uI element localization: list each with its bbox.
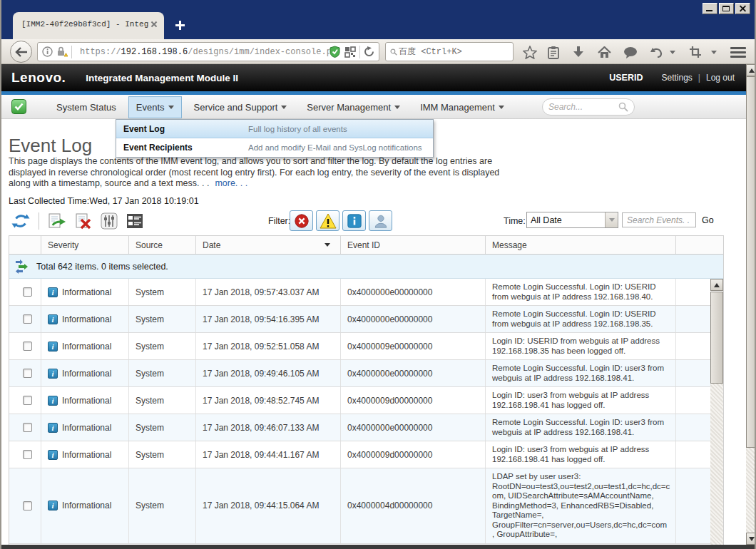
filter-audit-button[interactable] (369, 210, 392, 231)
url-bar[interactable]: https://192.168.198.6/designs/imm/index-… (37, 42, 379, 61)
settings-link[interactable]: Settings (661, 73, 692, 83)
header-severity[interactable]: Severity (41, 236, 129, 254)
filter-info-button[interactable] (342, 210, 366, 231)
maximize-button[interactable] (719, 3, 734, 14)
filter-warning-button[interactable] (316, 210, 339, 231)
header-event-id[interactable]: Event ID (341, 236, 486, 254)
row-checkbox[interactable] (23, 450, 32, 459)
jump-to-filter-icon[interactable] (15, 259, 31, 274)
export-log-icon[interactable] (46, 211, 67, 231)
date-cell: 17 Jan 2018, 09:46:07.133 AM (196, 414, 341, 441)
table-scrollbar[interactable] (710, 279, 723, 545)
severity-cell: iInformational (41, 414, 129, 441)
row-checkbox[interactable] (23, 287, 32, 297)
event-search-box[interactable] (622, 212, 696, 227)
more-link[interactable]: more. . . (215, 178, 247, 188)
date-cell: 17 Jan 2018, 09:49:46.105 AM (196, 360, 341, 386)
downloads-icon[interactable] (569, 43, 588, 61)
logout-link[interactable]: Log out (706, 73, 735, 83)
source-cell: System (129, 441, 196, 468)
header-select-column[interactable] (9, 236, 41, 254)
menu-hamburger-icon[interactable] (730, 45, 747, 59)
message-cell: Remote Login Successful. Login ID: user3… (486, 414, 676, 441)
row-checkbox[interactable] (23, 501, 32, 510)
row-select-cell (9, 333, 41, 359)
bookmark-star-icon[interactable] (521, 43, 539, 61)
nav-search-box[interactable]: Search... (542, 98, 635, 116)
browser-scrollbar-thumb[interactable] (746, 76, 756, 448)
undo-menu-caret-icon[interactable] (668, 43, 678, 61)
header-date[interactable]: Date (196, 236, 341, 254)
site-info-icon[interactable] (42, 46, 53, 57)
filter-error-button[interactable] (290, 210, 313, 231)
nav-item-system-status[interactable]: System Status (48, 96, 124, 118)
screenshot-menu-caret-icon[interactable] (709, 43, 719, 61)
chat-bubble-icon[interactable] (621, 43, 640, 61)
scroll-down-button[interactable] (746, 533, 756, 545)
back-button[interactable] (10, 41, 32, 63)
shield-ok-icon[interactable] (330, 46, 340, 58)
nav-item-service-and-support[interactable]: Service and Support (186, 96, 295, 118)
minimize-button[interactable] (703, 3, 717, 14)
new-tab-button[interactable] (171, 18, 188, 34)
go-button[interactable]: Go (702, 215, 714, 225)
window-controls (703, 3, 750, 14)
table-row: iInformational System 17 Jan 2018, 09:49… (9, 360, 723, 387)
source-cell: System (129, 387, 196, 414)
nav-item-label: IMM Management (420, 102, 495, 113)
bookmarks-panel-icon[interactable] (544, 43, 563, 61)
qr-code-icon[interactable] (344, 46, 356, 58)
toolbar-divider (39, 212, 39, 230)
row-checkbox[interactable] (23, 396, 32, 405)
message-cell: Remote Login Successful. Login ID: user3… (486, 360, 676, 386)
header-message[interactable]: Message (486, 236, 676, 254)
nav-item-server-management[interactable]: Server Management (299, 96, 408, 118)
undo-icon[interactable] (647, 43, 665, 61)
message-cell: Login ID: user3 from webguis at IP addre… (486, 441, 676, 468)
reload-icon[interactable] (364, 46, 374, 57)
columns-icon[interactable] (124, 211, 145, 231)
table-row: iInformational System 17 Jan 2018, 09:54… (9, 306, 723, 333)
table-row: iInformational System 17 Jan 2018, 09:44… (9, 441, 723, 468)
table-summary-text: Total 642 items. 0 items selected. (36, 262, 168, 272)
lock-warning-icon[interactable] (56, 46, 68, 57)
browser-scrollbar-track[interactable] (746, 448, 756, 533)
clear-log-icon[interactable] (72, 211, 93, 231)
refresh-icon[interactable] (10, 211, 31, 231)
browser-scrollbar[interactable] (746, 64, 756, 545)
sort-desc-icon[interactable] (325, 243, 330, 247)
filter-settings-icon[interactable] (98, 211, 120, 231)
menu-item-event-recipients[interactable]: Event Recipients Add and modify E-Mail a… (116, 138, 433, 157)
nav-item-imm-management[interactable]: IMM Management (412, 96, 512, 118)
header-divider: | (698, 73, 700, 83)
close-button[interactable] (735, 3, 750, 14)
events-menu: Event Log Full log history of all events… (116, 119, 434, 158)
system-status-ok-icon[interactable] (11, 99, 26, 114)
table-scrollbar-thumb[interactable] (710, 292, 723, 384)
browser-search-box[interactable] (385, 42, 514, 61)
table-scroll-up-button[interactable] (710, 279, 723, 291)
browser-toolbar: https://192.168.198.6/designs/imm/index-… (1, 39, 755, 64)
event-id-cell: 0x4000009d00000000 (341, 441, 486, 468)
row-checkbox[interactable] (23, 314, 32, 324)
header-source[interactable]: Source (129, 236, 196, 254)
header-date-label: Date (203, 240, 220, 250)
scroll-up-button[interactable] (746, 64, 756, 76)
time-select[interactable]: All Date (526, 212, 618, 228)
menu-item-description: Full log history of all events (248, 125, 347, 133)
row-checkbox[interactable] (23, 342, 32, 351)
home-icon[interactable] (595, 43, 613, 61)
nav-item-events[interactable]: Events (128, 96, 182, 118)
time-select-caret-icon[interactable] (605, 212, 618, 227)
browser-window: [IMM2-40f2e9b8f3cd] - Integ·· https://19… (0, 0, 756, 549)
table-scrollbar-track[interactable] (710, 384, 723, 545)
severity-cell: iInformational (41, 279, 129, 305)
browser-tab[interactable]: [IMM2-40f2e9b8f3cd] - Integ·· (13, 12, 164, 39)
row-checkbox[interactable] (23, 369, 32, 378)
row-checkbox[interactable] (23, 423, 32, 432)
browser-search-input[interactable] (397, 46, 509, 58)
tab-close-icon[interactable] (150, 20, 158, 29)
screenshot-tool-icon[interactable] (686, 43, 705, 61)
event-search-input[interactable] (625, 214, 693, 227)
menu-item-event-log[interactable]: Event Log Full log history of all events (116, 120, 433, 138)
